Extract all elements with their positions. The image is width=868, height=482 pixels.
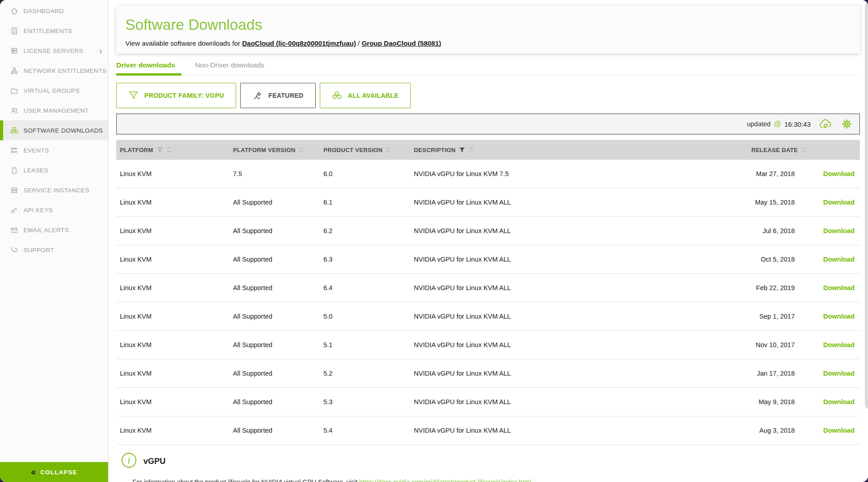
download-link[interactable]: Download xyxy=(823,170,854,177)
cell-platform: Linux KVM xyxy=(116,427,229,434)
filter-funnel-filled-icon[interactable] xyxy=(459,147,465,153)
column-header-platform-version[interactable]: PLATFORM VERSION xyxy=(229,146,320,153)
sidebar-item-license-servers[interactable]: LICENSE SERVERS› xyxy=(0,41,108,61)
svg-text:i: i xyxy=(128,455,130,465)
featured-filter-label: FEATURED xyxy=(268,92,304,99)
download-link[interactable]: Download xyxy=(823,199,854,206)
sort-icon[interactable] xyxy=(299,146,304,153)
cell-platform: Linux KVM xyxy=(116,341,229,348)
key-icon xyxy=(10,206,19,215)
org-link[interactable]: DaoCloud (lic-00q8z00001tjmzfuau) xyxy=(242,39,356,47)
cell-release-date: Oct 5, 2018 xyxy=(727,256,820,263)
scrollbar-thumb[interactable] xyxy=(865,3,868,409)
sidebar-item-dashboard[interactable]: DASHBOARD xyxy=(0,1,108,21)
sidebar-item-label: SERVICE INSTANCES xyxy=(24,187,90,194)
sidebar-item-network-entitlements[interactable]: NETWORK ENTITLEMENTS xyxy=(0,61,108,81)
column-header-release-date[interactable]: RELEASE DATE xyxy=(727,146,820,153)
table-row: Linux KVM7.56.0NVIDIA vGPU for Linux KVM… xyxy=(116,160,860,188)
collapse-button[interactable]: « COLLAPSE xyxy=(0,462,108,482)
cell-release-date: May 15, 2018 xyxy=(727,199,820,206)
cell-release-date: Aug 3, 2018 xyxy=(727,427,820,434)
cell-platform-version: All Supported xyxy=(229,313,320,320)
sidebar-item-user-management[interactable]: USER MANAGEMENT xyxy=(0,100,108,120)
cell-download: Download xyxy=(820,227,860,234)
cell-product-version: 6.0 xyxy=(320,170,410,177)
cell-product-version: 6.3 xyxy=(320,256,410,263)
service-icon xyxy=(10,186,19,195)
info-note-link[interactable]: https://docs.nvidia.com/grid/latest/prod… xyxy=(359,478,531,482)
cell-product-version: 6.1 xyxy=(320,199,410,206)
entitlements-icon xyxy=(10,27,19,35)
column-header-product-version[interactable]: PRODUCT VERSION xyxy=(320,146,410,153)
featured-filter-button[interactable]: FEATURED xyxy=(240,83,316,108)
column-header-platform[interactable]: PLATFORM xyxy=(116,146,229,153)
table-row: Linux KVMAll Supported5.1NVIDIA vGPU for… xyxy=(116,331,860,359)
gear-icon[interactable] xyxy=(840,118,853,130)
sidebar-item-events[interactable]: EVENTS xyxy=(0,140,108,160)
download-link[interactable]: Download xyxy=(823,398,854,406)
filter-funnel-icon[interactable] xyxy=(157,147,163,153)
download-link[interactable]: Download xyxy=(823,370,854,377)
cell-release-date: Jan 17, 2018 xyxy=(727,370,820,377)
sort-icon[interactable] xyxy=(166,146,171,153)
page-header-card: Software Downloads View available softwa… xyxy=(116,5,860,53)
column-label: PLATFORM VERSION xyxy=(233,147,295,153)
folder-icon xyxy=(10,86,19,95)
download-link[interactable]: Download xyxy=(823,341,854,348)
download-link[interactable]: Download xyxy=(823,313,854,320)
sidebar-item-entitlements[interactable]: ENTITLEMENTS xyxy=(0,21,108,41)
download-link[interactable]: Download xyxy=(823,227,854,234)
info-icon: i xyxy=(121,452,137,470)
group-link[interactable]: Group DaoCloud (58081) xyxy=(361,39,441,47)
table-row: Linux KVMAll Supported6.2NVIDIA vGPU for… xyxy=(116,217,860,245)
tab-driver-downloads[interactable]: Driver downloads xyxy=(116,61,175,75)
download-link[interactable]: Download xyxy=(823,256,854,263)
table-body: Linux KVM7.56.0NVIDIA vGPU for Linux KVM… xyxy=(116,160,860,445)
cell-product-version: 5.4 xyxy=(320,427,410,434)
column-label: RELEASE DATE xyxy=(751,147,798,153)
status-bar: updated @ 16:30:43 xyxy=(116,114,860,134)
sort-icon[interactable] xyxy=(386,146,391,153)
column-label: PRODUCT VERSION xyxy=(323,147,383,153)
sidebar-item-virtual-groups[interactable]: VIRTUAL GROUPS xyxy=(0,81,108,100)
cubes-icon xyxy=(10,126,19,135)
column-header-description[interactable]: DESCRIPTION xyxy=(410,146,727,153)
cell-platform-version: All Supported xyxy=(229,370,320,377)
cell-platform: Linux KVM xyxy=(116,398,229,406)
support-icon xyxy=(10,246,19,254)
network-icon xyxy=(10,67,19,75)
download-link[interactable]: Download xyxy=(823,427,854,434)
info-heading: vGPU xyxy=(143,457,166,466)
all-available-filter-label: ALL AVAILABLE xyxy=(348,92,398,99)
cloud-refresh-icon[interactable] xyxy=(819,118,832,130)
cell-platform: Linux KVM xyxy=(116,313,229,320)
product-family-filter-button[interactable]: PRODUCT FAMILY: VGPU xyxy=(116,83,236,108)
mail-icon xyxy=(10,226,19,234)
sort-icon[interactable] xyxy=(801,146,806,153)
cell-description: NVIDIA vGPU for Linux KVM ALL xyxy=(410,398,727,406)
page-title: Software Downloads xyxy=(125,16,851,33)
tab-non-driver-downloads[interactable]: Non-Driver downloads xyxy=(195,61,264,75)
sidebar-item-email-alerts[interactable]: EMAIL ALERTS xyxy=(0,220,108,240)
updated-time: 16:30:43 xyxy=(784,120,811,128)
sort-icon[interactable] xyxy=(469,146,474,153)
download-link[interactable]: Download xyxy=(823,284,854,291)
cell-product-version: 5.0 xyxy=(320,313,410,320)
sidebar-item-software-downloads[interactable]: SOFTWARE DOWNLOADS xyxy=(0,120,108,140)
cell-download: Download xyxy=(820,398,860,406)
all-available-filter-button[interactable]: ALL AVAILABLE xyxy=(320,83,411,108)
collapse-label: COLLAPSE xyxy=(40,469,77,476)
cell-download: Download xyxy=(820,313,860,320)
sidebar-item-support[interactable]: SUPPORT xyxy=(0,240,108,260)
breadcrumb: View available software downloads for Da… xyxy=(125,39,851,47)
cell-product-version: 5.1 xyxy=(320,341,410,348)
cell-release-date: Nov 10, 2017 xyxy=(727,341,820,348)
cell-platform-version: All Supported xyxy=(229,256,320,263)
cell-release-date: Feb 22, 2019 xyxy=(727,284,820,291)
sidebar-item-leases[interactable]: LEASES xyxy=(0,160,108,180)
table-row: Linux KVMAll Supported5.3NVIDIA vGPU for… xyxy=(116,388,860,416)
cell-description: NVIDIA vGPU for Linux KVM ALL xyxy=(410,341,727,348)
sidebar-item-api-keys[interactable]: API KEYS xyxy=(0,200,108,220)
collapse-chevrons-icon: « xyxy=(31,467,36,476)
sidebar-item-service-instances[interactable]: SERVICE INSTANCES xyxy=(0,180,108,200)
